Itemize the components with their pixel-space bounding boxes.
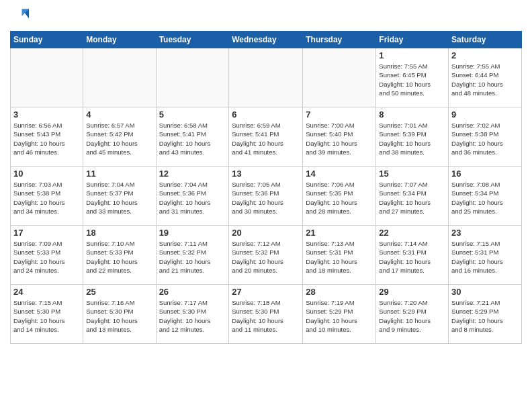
calendar-table: SundayMondayTuesdayWednesdayThursdayFrid…	[10, 31, 522, 344]
day-number: 26	[159, 287, 226, 297]
day-number: 29	[379, 287, 445, 297]
calendar-week-row: 3Sunrise: 6:56 AM Sunset: 5:43 PM Daylig…	[11, 107, 522, 167]
day-number: 17	[13, 228, 80, 238]
calendar-weekday-header: Friday	[376, 32, 449, 48]
calendar-day-cell: 23Sunrise: 7:15 AM Sunset: 5:31 PM Dayli…	[449, 226, 522, 285]
calendar-day-cell: 13Sunrise: 7:05 AM Sunset: 5:36 PM Dayli…	[229, 167, 303, 226]
day-number: 1	[379, 50, 445, 60]
calendar-day-cell: 10Sunrise: 7:03 AM Sunset: 5:38 PM Dayli…	[11, 167, 83, 226]
calendar-day-cell: 1Sunrise: 7:55 AM Sunset: 6:45 PM Daylig…	[376, 48, 449, 107]
day-info: Sunrise: 7:12 AM Sunset: 5:32 PM Dayligh…	[232, 239, 300, 275]
day-info: Sunrise: 7:55 AM Sunset: 6:44 PM Dayligh…	[451, 62, 519, 97]
day-number: 27	[232, 287, 300, 297]
day-info: Sunrise: 6:56 AM Sunset: 5:43 PM Dayligh…	[13, 121, 80, 156]
calendar-day-cell: 12Sunrise: 7:04 AM Sunset: 5:36 PM Dayli…	[156, 167, 229, 226]
day-number: 14	[306, 169, 373, 179]
calendar-day-cell: 2Sunrise: 7:55 AM Sunset: 6:44 PM Daylig…	[449, 48, 522, 107]
calendar-day-cell: 3Sunrise: 6:56 AM Sunset: 5:43 PM Daylig…	[11, 107, 83, 167]
day-number: 2	[451, 50, 519, 60]
calendar-day-cell: 28Sunrise: 7:19 AM Sunset: 5:29 PM Dayli…	[303, 285, 376, 344]
day-number: 6	[232, 109, 300, 120]
calendar-day-cell: 4Sunrise: 6:57 AM Sunset: 5:42 PM Daylig…	[83, 107, 156, 167]
day-number: 20	[232, 228, 300, 238]
day-number: 22	[379, 228, 445, 238]
logo	[10, 7, 30, 26]
calendar-week-row: 1Sunrise: 7:55 AM Sunset: 6:45 PM Daylig…	[11, 48, 522, 107]
day-number: 15	[379, 169, 445, 179]
logo-icon	[10, 7, 29, 26]
day-info: Sunrise: 7:17 AM Sunset: 5:30 PM Dayligh…	[159, 298, 226, 334]
calendar-day-cell: 11Sunrise: 7:04 AM Sunset: 5:37 PM Dayli…	[83, 167, 156, 226]
day-info: Sunrise: 7:00 AM Sunset: 5:40 PM Dayligh…	[306, 121, 373, 156]
calendar-day-cell: 16Sunrise: 7:08 AM Sunset: 5:34 PM Dayli…	[449, 167, 522, 226]
day-info: Sunrise: 7:15 AM Sunset: 5:31 PM Dayligh…	[451, 239, 519, 275]
calendar-day-cell: 30Sunrise: 7:21 AM Sunset: 5:29 PM Dayli…	[449, 285, 522, 344]
day-info: Sunrise: 7:20 AM Sunset: 5:29 PM Dayligh…	[379, 298, 445, 334]
day-info: Sunrise: 7:03 AM Sunset: 5:38 PM Dayligh…	[13, 180, 80, 216]
calendar-day-cell: 18Sunrise: 7:10 AM Sunset: 5:33 PM Dayli…	[83, 226, 156, 285]
day-info: Sunrise: 7:14 AM Sunset: 5:31 PM Dayligh…	[379, 239, 445, 275]
day-info: Sunrise: 7:21 AM Sunset: 5:29 PM Dayligh…	[451, 298, 519, 334]
day-number: 4	[86, 109, 152, 120]
calendar-week-row: 17Sunrise: 7:09 AM Sunset: 5:33 PM Dayli…	[11, 226, 522, 285]
calendar-day-cell: 5Sunrise: 6:58 AM Sunset: 5:41 PM Daylig…	[156, 107, 229, 167]
calendar-weekday-header: Monday	[83, 32, 156, 48]
calendar-day-cell: 27Sunrise: 7:18 AM Sunset: 5:30 PM Dayli…	[229, 285, 303, 344]
day-info: Sunrise: 7:15 AM Sunset: 5:30 PM Dayligh…	[13, 298, 80, 334]
calendar-day-cell: 7Sunrise: 7:00 AM Sunset: 5:40 PM Daylig…	[303, 107, 376, 167]
calendar-day-cell: 14Sunrise: 7:06 AM Sunset: 5:35 PM Dayli…	[303, 167, 376, 226]
day-number: 21	[306, 228, 373, 238]
day-info: Sunrise: 7:01 AM Sunset: 5:39 PM Dayligh…	[379, 121, 445, 156]
day-number: 5	[159, 109, 226, 120]
day-number: 16	[451, 169, 519, 179]
day-number: 25	[86, 287, 152, 297]
calendar-weekday-header: Wednesday	[229, 32, 303, 48]
calendar-weekday-header: Thursday	[303, 32, 376, 48]
day-info: Sunrise: 7:10 AM Sunset: 5:33 PM Dayligh…	[86, 239, 152, 275]
calendar-day-cell: 9Sunrise: 7:02 AM Sunset: 5:38 PM Daylig…	[449, 107, 522, 167]
calendar-day-cell: 20Sunrise: 7:12 AM Sunset: 5:32 PM Dayli…	[229, 226, 303, 285]
day-info: Sunrise: 6:57 AM Sunset: 5:42 PM Dayligh…	[86, 121, 152, 156]
calendar-weekday-header: Saturday	[449, 32, 522, 48]
day-info: Sunrise: 7:11 AM Sunset: 5:32 PM Dayligh…	[159, 239, 226, 275]
day-info: Sunrise: 7:04 AM Sunset: 5:36 PM Dayligh…	[159, 180, 226, 216]
calendar-day-cell: 8Sunrise: 7:01 AM Sunset: 5:39 PM Daylig…	[376, 107, 449, 167]
day-info: Sunrise: 7:09 AM Sunset: 5:33 PM Dayligh…	[13, 239, 80, 275]
day-number: 7	[306, 109, 373, 120]
calendar-day-cell	[11, 48, 83, 107]
page-container: SundayMondayTuesdayWednesdayThursdayFrid…	[0, 0, 532, 354]
calendar-day-cell	[229, 48, 303, 107]
day-info: Sunrise: 7:06 AM Sunset: 5:35 PM Dayligh…	[306, 180, 373, 216]
calendar-day-cell: 29Sunrise: 7:20 AM Sunset: 5:29 PM Dayli…	[376, 285, 449, 344]
calendar-day-cell: 15Sunrise: 7:07 AM Sunset: 5:34 PM Dayli…	[376, 167, 449, 226]
day-number: 11	[86, 169, 152, 179]
day-info: Sunrise: 7:07 AM Sunset: 5:34 PM Dayligh…	[379, 180, 445, 216]
calendar-day-cell: 6Sunrise: 6:59 AM Sunset: 5:41 PM Daylig…	[229, 107, 303, 167]
day-info: Sunrise: 7:16 AM Sunset: 5:30 PM Dayligh…	[86, 298, 152, 334]
calendar-day-cell: 25Sunrise: 7:16 AM Sunset: 5:30 PM Dayli…	[83, 285, 156, 344]
day-info: Sunrise: 7:19 AM Sunset: 5:29 PM Dayligh…	[306, 298, 373, 334]
day-number: 30	[451, 287, 519, 297]
calendar-week-row: 24Sunrise: 7:15 AM Sunset: 5:30 PM Dayli…	[11, 285, 522, 344]
calendar-week-row: 10Sunrise: 7:03 AM Sunset: 5:38 PM Dayli…	[11, 167, 522, 226]
day-number: 10	[13, 169, 80, 179]
calendar-day-cell: 26Sunrise: 7:17 AM Sunset: 5:30 PM Dayli…	[156, 285, 229, 344]
calendar-day-cell: 19Sunrise: 7:11 AM Sunset: 5:32 PM Dayli…	[156, 226, 229, 285]
calendar-day-cell: 17Sunrise: 7:09 AM Sunset: 5:33 PM Dayli…	[11, 226, 83, 285]
day-info: Sunrise: 6:58 AM Sunset: 5:41 PM Dayligh…	[159, 121, 226, 156]
day-number: 28	[306, 287, 373, 297]
day-number: 23	[451, 228, 519, 238]
calendar-weekday-header: Tuesday	[156, 32, 229, 48]
day-info: Sunrise: 7:08 AM Sunset: 5:34 PM Dayligh…	[451, 180, 519, 216]
day-number: 12	[159, 169, 226, 179]
day-number: 13	[232, 169, 300, 179]
calendar-day-cell	[83, 48, 156, 107]
calendar-header-row: SundayMondayTuesdayWednesdayThursdayFrid…	[11, 32, 522, 48]
day-number: 3	[13, 109, 80, 120]
calendar-day-cell	[303, 48, 376, 107]
day-info: Sunrise: 7:04 AM Sunset: 5:37 PM Dayligh…	[86, 180, 152, 216]
calendar-day-cell	[156, 48, 229, 107]
day-number: 9	[451, 109, 519, 120]
day-number: 24	[13, 287, 80, 297]
day-info: Sunrise: 7:13 AM Sunset: 5:31 PM Dayligh…	[306, 239, 373, 275]
